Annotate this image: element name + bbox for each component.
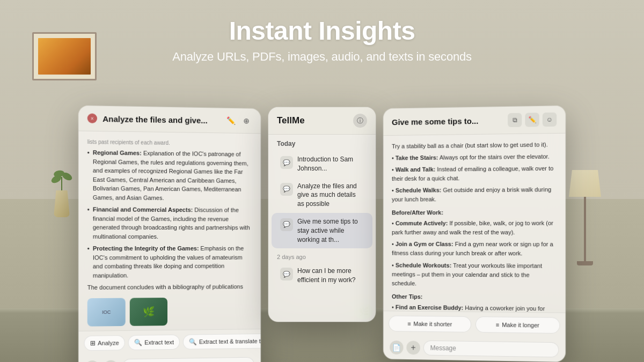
extract-icon: 🔍 — [134, 339, 142, 346]
extract-text-button[interactable]: 🔍 Extract text — [128, 335, 180, 350]
left-panel: × Analyze the files and give... ✏️ ⊕ lis… — [78, 106, 260, 362]
image-thumbnails: IOC 🌿 — [78, 293, 260, 331]
analyze-icon: ⊞ — [90, 339, 96, 347]
thumbnail-2: 🌿 — [130, 298, 167, 326]
content-bullet-2: Financial and Commercial Aspects: Discus… — [87, 205, 252, 241]
page-title: Instant Insights — [0, 16, 644, 46]
tip-5: • Join a Gym or Class: Find a gym near w… — [392, 240, 557, 258]
chat-icon-2: 💬 — [280, 183, 293, 196]
chat-item-1[interactable]: 💬 Introduction to Sam Johnson... — [272, 151, 372, 178]
left-panel-content: lists past recipients of each award. Reg… — [78, 131, 260, 294]
analyze-button[interactable]: ⊞ Analyze — [84, 335, 125, 351]
chat-item-3[interactable]: 💬 Give me some tips to stay active while… — [272, 213, 372, 248]
copy-icon[interactable]: ⧉ — [508, 113, 522, 128]
analyze-label: Analyze — [98, 339, 119, 346]
extract-translate-button[interactable]: 🔍 Extract text & translate to E — [183, 334, 261, 350]
right-bottom-actions: ≡ Make it shorter ≡ Make it longer — [383, 311, 565, 338]
right-panel-icons: ⧉ ✏️ ☺ — [508, 113, 557, 128]
chat-icon-1: 💬 — [280, 156, 293, 169]
shorter-icon: ≡ — [407, 321, 411, 327]
thumbnail-1: IOC — [87, 298, 126, 327]
close-button[interactable]: × — [87, 113, 97, 123]
translate-icon: 🔍 — [189, 338, 197, 345]
longer-label: Make it longer — [502, 322, 539, 329]
chat-icon-4: 💬 — [280, 268, 293, 280]
extract-label: Extract text — [144, 339, 174, 346]
right-message-row: 📄 + Message — [383, 336, 565, 362]
middle-panel-header: TellMe ⓘ — [268, 107, 376, 135]
info-icon[interactable]: ⓘ — [353, 114, 367, 128]
translate-label: Extract text & translate to E — [199, 338, 261, 345]
tip-0: Try a stability ball as a chair (but sta… — [392, 140, 557, 151]
content-bullet-3: Protecting the Integrity of the Games: E… — [87, 244, 252, 280]
message-input[interactable]: Message — [122, 357, 254, 362]
left-panel-title: Analyze the files and give... — [103, 114, 219, 125]
chat-item-text-3: Give me some tips to stay active while w… — [297, 217, 364, 244]
message-icon-button[interactable]: ▶ — [85, 360, 99, 362]
emoji-icon[interactable]: ☺ — [543, 113, 557, 127]
add-button[interactable]: + — [104, 360, 118, 362]
section-before-after: Before/After Work: — [392, 208, 557, 218]
make-longer-button[interactable]: ≡ Make it longer — [475, 316, 560, 334]
windows-container: × Analyze the files and give... ✏️ ⊕ lis… — [0, 107, 644, 362]
page-subtitle: Analyze URLs, PDFs, images, audio, and t… — [0, 50, 644, 64]
content-intro: lists past recipients of each award. — [87, 138, 252, 148]
chat-item-text-4: How can I be more efficient in my work? — [297, 267, 364, 285]
edit-icon[interactable]: ✏️ — [225, 115, 237, 127]
today-section-label: Today — [268, 135, 376, 151]
right-message-input[interactable]: Message — [423, 341, 559, 358]
chat-item-text-1: Introduction to Sam Johnson... — [297, 155, 364, 173]
tip-6: • Schedule Workouts: Treat your workouts… — [392, 261, 557, 289]
panel-action-icons: ✏️ ⊕ — [225, 115, 252, 127]
chat-icon-3: 💬 — [280, 218, 293, 231]
edit-icon-right[interactable]: ✏️ — [525, 113, 539, 127]
tip-4: • Commute Actively: If possible, bike, w… — [392, 219, 557, 237]
make-shorter-button[interactable]: ≡ Make it shorter — [389, 315, 471, 333]
content-para-1: The document concludes with a bibliograp… — [87, 282, 252, 294]
middle-panel: TellMe ⓘ Today 💬 Introduction to Sam Joh… — [268, 107, 376, 322]
chat-item-text-2: Analyze the files and give as much detai… — [297, 182, 364, 209]
longer-icon: ≡ — [496, 321, 499, 328]
shorter-label: Make it shorter — [413, 321, 452, 328]
right-panel-title: Give me some tips to... — [392, 116, 508, 127]
right-panel-content: Try a stability ball as a chair (but sta… — [383, 134, 565, 313]
right-doc-button[interactable]: 📄 — [390, 341, 403, 354]
tellme-title: TellMe — [277, 115, 305, 126]
tip-3: • Schedule Walks: Get outside and enjoy … — [392, 185, 557, 204]
days-ago-label: 2 days ago — [268, 248, 376, 262]
tip-1: • Take the Stairs: Always opt for the st… — [392, 152, 557, 162]
right-panel: Give me some tips to... ⧉ ✏️ ☺ Try a sta… — [383, 106, 565, 362]
page-header: Instant Insights Analyze URLs, PDFs, ima… — [0, 0, 644, 64]
left-panel-header: × Analyze the files and give... ✏️ ⊕ — [78, 106, 260, 134]
content-bullet-1: Regional Games: Explanation of the IOC's… — [87, 148, 252, 203]
chat-item-2[interactable]: 💬 Analyze the files and give as much det… — [272, 178, 372, 213]
bottom-toolbar: ⊞ Analyze 🔍 Extract text 🔍 Extract text … — [78, 329, 260, 355]
right-panel-header: Give me some tips to... ⧉ ✏️ ☺ — [383, 106, 565, 136]
chat-item-4[interactable]: 💬 How can I be more efficient in my work… — [272, 262, 372, 289]
right-add-button[interactable]: + — [406, 341, 420, 354]
tip-2: • Walk and Talk: Instead of emailing a c… — [392, 164, 557, 184]
share-icon[interactable]: ⊕ — [240, 115, 252, 127]
section-other: Other Tips: — [392, 292, 557, 302]
